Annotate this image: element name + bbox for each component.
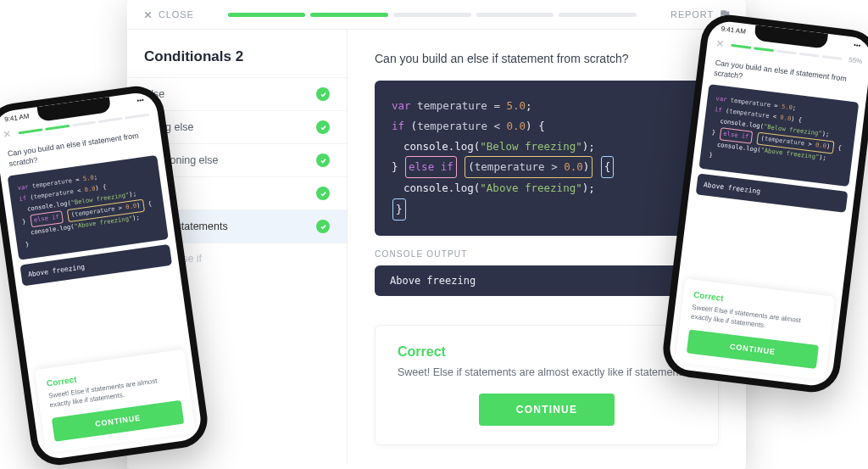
fill-blank[interactable]: else if <box>405 156 457 178</box>
check-icon <box>316 87 330 101</box>
check-icon <box>316 220 330 233</box>
progress-segment <box>310 13 388 17</box>
report-label: REPORT <box>670 9 714 20</box>
progress-segment <box>476 13 554 17</box>
code-line: console.log("Above freezing"); <box>392 178 702 198</box>
progress-segment <box>559 13 637 17</box>
console-output: Above freezing <box>375 265 719 296</box>
code-line: console.log("Below freezing"); <box>392 137 702 157</box>
fill-blank[interactable]: } <box>392 198 406 221</box>
continue-button[interactable]: CONTINUE <box>479 394 615 426</box>
close-button[interactable]: CLOSE <box>142 9 194 20</box>
result-title: Correct <box>398 344 696 360</box>
progress-segment <box>228 13 306 17</box>
code-line: if (temperature < 0.0) { <box>392 116 702 137</box>
fill-blank[interactable]: (temperature > 0.0) <box>465 156 593 178</box>
app-body: Conditionals 2 Else Using else Positioni… <box>127 30 746 465</box>
check-icon <box>316 154 330 167</box>
mobile-result-card: Correct Sweet! Else if statements are al… <box>35 349 196 453</box>
lesson-title: Conditionals 2 <box>127 48 347 77</box>
code-line: } <box>392 198 702 221</box>
mobile-progress-pct: 55% <box>849 56 863 65</box>
mobile-close-icon[interactable]: ✕ <box>715 37 726 50</box>
phone-screen: 9:41 AM••• ✕ 55% Can you build an else i… <box>667 20 868 388</box>
app-header: CLOSE REPORT <box>127 0 746 30</box>
close-icon <box>142 9 153 20</box>
code-editor[interactable]: var temperature = 5.0; if (temperature <… <box>375 81 719 236</box>
console-label: CONSOLE OUTPUT <box>375 249 719 259</box>
mobile-code[interactable]: var temperature = 5.0; if (temperature <… <box>698 84 859 187</box>
mobile-result-card: Correct Sweet! Else if statements are al… <box>675 278 835 380</box>
close-label: CLOSE <box>159 9 194 20</box>
desktop-app-window: CLOSE REPORT Conditionals 2 Else Using e… <box>127 0 746 469</box>
check-icon <box>316 120 330 134</box>
progress-bar <box>228 13 637 17</box>
mobile-continue-button[interactable]: CONTINUE <box>687 329 819 369</box>
check-icon <box>316 187 330 200</box>
code-line: } else if (temperature > 0.0) { <box>392 156 702 178</box>
code-line: var temperature = 5.0; <box>392 96 702 116</box>
mobile-close-icon[interactable]: ✕ <box>3 128 13 141</box>
fill-blank[interactable]: { <box>601 156 615 178</box>
progress-segment <box>393 13 471 17</box>
question-text: Can you build an else if statement from … <box>375 52 719 65</box>
result-message: Sweet! Else if statements are almost exa… <box>398 366 696 378</box>
